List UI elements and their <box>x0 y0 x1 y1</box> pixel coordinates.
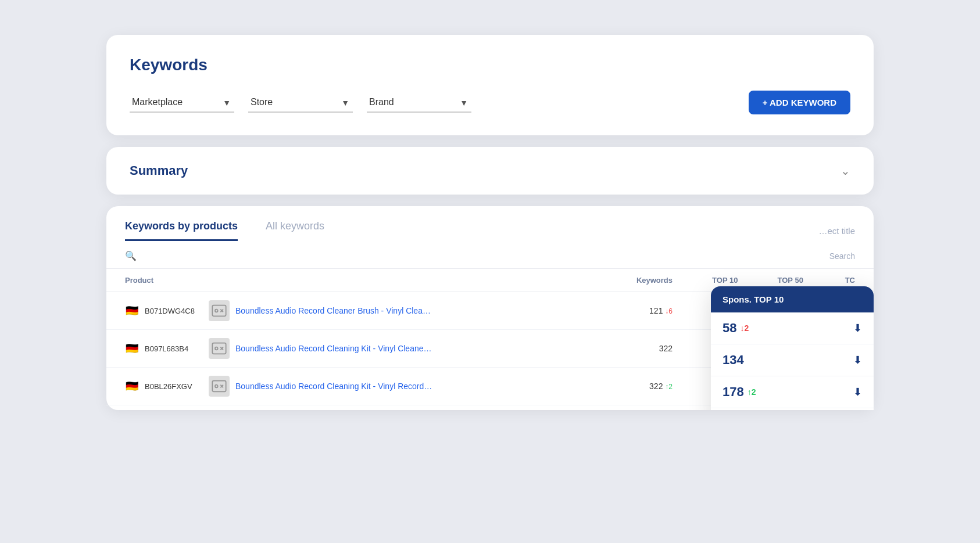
filters-row: MarketplaceAmazon DEAmazon UKAmazon FR ▼… <box>130 91 850 114</box>
product-name[interactable]: Boundless Audio Record Cleaning Kit - Vi… <box>235 344 433 353</box>
keywords-card: Keywords MarketplaceAmazon DEAmazon UKAm… <box>106 35 874 135</box>
spons-delta: ↓2 <box>740 323 749 333</box>
spons-popup-row: 178↑2 ⬇ <box>711 376 874 408</box>
add-keyword-button[interactable]: + ADD KEYWORD <box>749 91 850 114</box>
search-label: Search <box>829 251 855 261</box>
store-select[interactable]: StoreStore 1Store 2 <box>248 92 353 113</box>
keywords-delta: ↑2 <box>665 383 673 391</box>
svg-point-3 <box>215 347 218 350</box>
products-table-wrapper: Product Keywords TOP 10 TOP 50 TC 🇩🇪 B07… <box>106 269 874 410</box>
spons-popup-header: Spons. TOP 10 <box>711 286 874 312</box>
page-title: Keywords <box>130 56 850 74</box>
flag-icon: 🇩🇪 <box>125 342 139 355</box>
keywords-count: 322 <box>601 330 682 368</box>
marketplace-dropdown[interactable]: MarketplaceAmazon DEAmazon UKAmazon FR ▼ <box>130 92 234 113</box>
spons-delta: ↑2 <box>747 387 756 397</box>
tabs-row: Keywords by products All keywords …ect t… <box>106 206 874 241</box>
product-cell: 🇩🇪 B071DWG4C8 Boundless Audio Record Cle… <box>106 292 601 330</box>
svg-rect-2 <box>212 343 226 354</box>
download-icon[interactable]: ⬇ <box>853 386 862 398</box>
brand-dropdown[interactable]: BrandBrand ABrand B ▼ <box>367 92 471 113</box>
product-thumbnail <box>209 338 230 359</box>
spons-popup-title: Spons. TOP 10 <box>723 294 784 304</box>
store-dropdown[interactable]: StoreStore 1Store 2 ▼ <box>248 92 353 113</box>
summary-card: Summary ⌄ <box>106 147 874 195</box>
spons-popup-row: 134 ⬇ <box>711 344 874 376</box>
svg-point-5 <box>215 385 218 388</box>
flag-icon: 🇩🇪 <box>125 380 139 393</box>
product-asin: B097L683B4 <box>145 344 203 353</box>
spons-popup-row: 58↓2 ⬇ <box>711 312 874 344</box>
search-icon: 🔍 <box>125 250 137 261</box>
product-cell: 🇩🇪 B097L683B4 Boundless Audio Record Cle… <box>106 330 601 368</box>
product-asin: B071DWG4C8 <box>145 307 203 315</box>
product-name[interactable]: Boundless Audio Record Cleaner Brush - V… <box>235 306 433 315</box>
tab-keywords-by-products[interactable]: Keywords by products <box>125 220 238 241</box>
product-name[interactable]: Boundless Audio Record Cleaning Kit - Vi… <box>235 382 433 391</box>
product-cell: 🇩🇪 B0BL26FXGV Boundless Audio Record Cle… <box>106 368 601 405</box>
tab-all-keywords[interactable]: All keywords <box>266 220 324 241</box>
product-thumbnail <box>209 376 230 397</box>
col-product: Product <box>106 269 601 292</box>
spons-value: 58 <box>723 321 736 336</box>
search-input[interactable] <box>142 251 824 261</box>
summary-title: Summary <box>130 163 188 178</box>
summary-chevron-icon[interactable]: ⌄ <box>840 164 850 178</box>
svg-point-1 <box>215 310 218 312</box>
search-row: 🔍 Search <box>106 241 874 269</box>
spons-value: 178 <box>723 384 744 400</box>
svg-rect-4 <box>212 381 226 392</box>
keywords-count: 322 ↑2 <box>601 368 682 405</box>
keywords-count: 121 ↓6 <box>601 292 682 330</box>
download-icon[interactable]: ⬇ <box>853 322 862 335</box>
product-asin: B0BL26FXGV <box>145 382 203 391</box>
svg-rect-0 <box>212 305 226 317</box>
keywords-by-products-card: Keywords by products All keywords …ect t… <box>106 206 874 410</box>
product-thumbnail <box>209 300 230 321</box>
keywords-delta: ↓6 <box>665 307 673 315</box>
col-keywords: Keywords <box>601 269 682 292</box>
tab-select-title: …ect title <box>818 226 855 236</box>
flag-icon: 🇩🇪 <box>125 304 139 317</box>
download-icon[interactable]: ⬇ <box>853 354 862 366</box>
marketplace-select[interactable]: MarketplaceAmazon DEAmazon UKAmazon FR <box>130 92 234 113</box>
spons-value: 134 <box>723 353 744 368</box>
spons-top10-popup: Spons. TOP 10 58↓2 ⬇ 134 ⬇ 178↑2 ⬇ <box>711 286 874 410</box>
brand-select[interactable]: BrandBrand ABrand B <box>367 92 471 113</box>
